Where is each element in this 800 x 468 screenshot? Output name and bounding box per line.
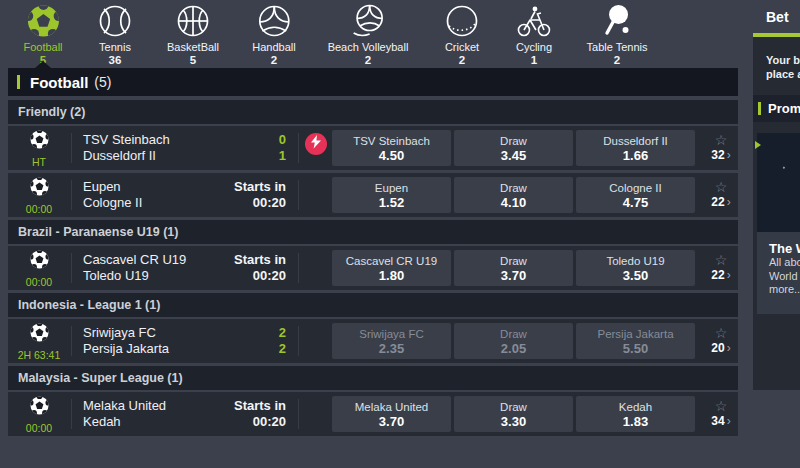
away-score: 2 [206,341,286,357]
markets-count[interactable]: 22› [711,195,730,210]
nav-count: 2 [252,54,295,66]
cycling-icon [516,3,552,39]
match-row[interactable]: 00:00 Cascavel CR U19 Toledo U19 Starts … [8,246,738,290]
odds-value: 1.83 [623,414,648,429]
starts-in-label: Starts in [206,252,286,268]
league-header-brazil-paranaense-u19[interactable]: Brazil - Paranaense U19 (1) [8,220,738,244]
start-time: Starts in 00:20 [206,179,286,211]
odds-value: 1.80 [379,268,404,283]
promo-card-text: World [769,270,800,284]
basketball-icon [167,3,219,39]
odds-value: 3.50 [623,268,648,283]
nav-item-cricket[interactable]: Cricket 2 [444,3,480,66]
odds-button-away[interactable]: Cologne II 4.75 [576,177,695,213]
away-team: Persija Jakarta [83,341,169,357]
odds-button-away[interactable]: Kedah 1.83 [576,396,695,432]
odds-value: 1.66 [623,148,648,163]
favourite-star-icon[interactable]: ☆ [715,253,728,268]
odds-button-away[interactable]: Toledo U19 3.50 [576,250,695,286]
odds-label: Dusseldorf II [603,134,668,148]
odds-value: 4.50 [379,148,404,163]
home-score: 0 [206,132,286,148]
nav-item-handball[interactable]: Handball 2 [252,3,295,66]
nav-item-tennis[interactable]: Tennis 36 [97,3,133,66]
odds-value: 5.50 [623,341,648,356]
nav-count: 2 [444,54,480,66]
markets-count[interactable]: 22› [711,268,730,283]
divider [298,399,299,429]
away-score: 1 [206,148,286,164]
league-header-friendly[interactable]: Friendly (2) [8,100,738,124]
odds-label: Toledo U19 [606,254,664,268]
score: 0 1 [206,132,286,164]
football-icon [29,395,50,420]
markets-count[interactable]: 34› [711,414,730,429]
match-row[interactable]: HT TSV Steinbach Dusseldorf II 0 1 TSV S… [8,126,738,170]
favourite-star-icon[interactable]: ☆ [715,399,728,414]
odds-button-away[interactable]: Dusseldorf II 1.66 [576,130,695,166]
league-header-malaysia-super-league[interactable]: Malaysia - Super League (1) [8,366,738,390]
league-header-indonesia-league-1[interactable]: Indonesia - League 1 (1) [8,293,738,317]
divider [71,133,72,163]
odds-button-draw[interactable]: Draw 3.45 [454,130,573,166]
nav-count: 2 [328,54,409,66]
nav-item-football[interactable]: Football 5 [23,3,62,66]
team-names: Cascavel CR U19 Toledo U19 [83,252,186,284]
favourite-star-icon[interactable]: ☆ [715,133,728,148]
markets-count[interactable]: 32› [711,148,730,163]
nav-item-beach-volleyball[interactable]: Beach Volleyball 2 [328,3,409,66]
odds-button-draw[interactable]: Draw 4.10 [454,177,573,213]
odds-button-home[interactable]: Eupen 1.52 [332,177,451,213]
starts-in-time: 00:20 [206,414,286,430]
nav-item-cycling[interactable]: Cycling 1 [516,3,552,66]
chevron-right-icon: › [727,341,731,355]
favourite-star-icon[interactable]: ☆ [715,180,728,195]
match-clock: 00:00 [26,203,52,215]
odds-button-home[interactable]: Cascavel CR U19 1.80 [332,250,451,286]
odds-button-home[interactable]: TSV Steinbach 4.50 [332,130,451,166]
tennis-icon [97,3,133,39]
promo-more-link[interactable]: more... [769,283,800,297]
events-panel: Football (5) Friendly (2) HT TSV Steinba… [8,68,738,439]
odds-label: TSV Steinbach [353,134,430,148]
markets-count[interactable]: 20› [711,341,730,356]
away-team: Kedah [83,414,166,430]
match-row[interactable]: 00:00 Melaka United Kedah Starts in 00:2… [8,392,738,436]
active-sport-pointer [35,61,51,68]
match-clock: HT [32,156,46,168]
home-team: Melaka United [83,398,166,414]
odds-button-home[interactable]: Melaka United 3.70 [332,396,451,432]
promo-card[interactable]: The W All abo World more... [757,133,800,314]
favourite-star-icon[interactable]: ☆ [715,326,728,341]
odds-button-draw[interactable]: Draw 3.30 [454,396,573,432]
score: 2 2 [206,325,286,357]
nav-item-basketball[interactable]: BasketBall 5 [167,3,219,66]
match-status: HT [8,126,70,170]
play-arrow-icon [755,141,761,149]
promo-section-header[interactable]: Promo [753,95,800,122]
odds-button-away[interactable]: Persija Jakarta 5.50 [576,323,695,359]
match-status: 00:00 [8,392,70,436]
promo-image [757,133,800,232]
nav-label: Tennis [97,41,133,53]
match-row[interactable]: 2H 63:41 Sriwijaya FC Persija Jakarta 2 … [8,319,738,363]
home-team: Cascavel CR U19 [83,252,186,268]
divider [298,253,299,283]
odds-value: 3.45 [501,148,526,163]
odds-label: Draw [500,400,527,414]
football-icon [29,129,50,154]
match-row[interactable]: 00:00 Eupen Cologne II Starts in 00:20 E… [8,173,738,217]
odds-label: Cascavel CR U19 [346,254,437,268]
odds-label: Draw [500,134,527,148]
odds-value: 1.52 [379,195,404,210]
odds-value: 2.35 [379,341,404,356]
match-status: 2H 63:41 [8,319,70,363]
chevron-right-icon: › [727,414,731,428]
odds-value: 3.70 [379,414,404,429]
match-status: 00:00 [8,173,70,217]
odds-button-draw[interactable]: Draw 2.05 [454,323,573,359]
odds-label: Eupen [375,181,408,195]
nav-item-table-tennis[interactable]: Table Tennis 2 [587,3,648,66]
odds-button-draw[interactable]: Draw 3.70 [454,250,573,286]
odds-button-home[interactable]: Sriwijaya FC 2.35 [332,323,451,359]
